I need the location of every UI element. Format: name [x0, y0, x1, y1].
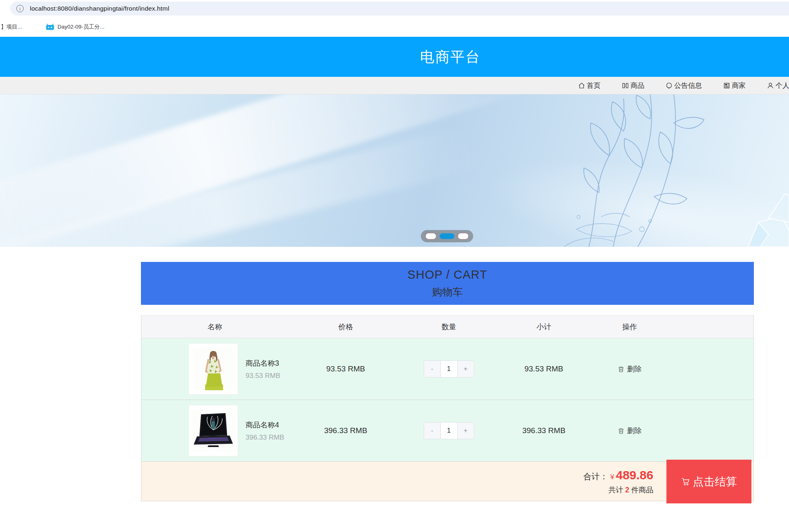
nav-label: 商品 [630, 81, 644, 90]
bookmark-item[interactable]: 】项目... [1, 23, 22, 31]
product-info: 商品名称4 396.33 RMB [246, 420, 284, 442]
col-header-price: 价格 [288, 322, 403, 332]
qty-value[interactable]: 1 [441, 422, 457, 439]
subtotal: 93.53 RMB [495, 364, 593, 373]
nav-item-merchant[interactable]: 商家 [723, 81, 746, 90]
carousel-indicators [421, 230, 473, 242]
product-cell: 商品名称3 93.53 RMB [141, 343, 288, 395]
quantity-stepper: - 1 + [424, 360, 474, 378]
delete-label: 删除 [627, 426, 642, 436]
cart-row: 商品名称3 93.53 RMB 93.53 RMB - 1 + 93.53 RM… [141, 338, 753, 400]
product-image-laptop [188, 405, 238, 456]
hero-banner [0, 94, 789, 247]
main-nav: 首页 商品 公告信息 商家 [0, 77, 789, 94]
bookmark-label: Day02-09-员工分... [58, 23, 105, 31]
cart-icon [681, 477, 690, 486]
carousel-dot[interactable] [426, 233, 436, 239]
content-wrapper: SHOP / CART 购物车 名称 价格 数量 小计 操作 [141, 262, 754, 501]
col-header-actions: 操作 [593, 322, 666, 332]
product-info: 商品名称3 93.53 RMB [246, 358, 280, 380]
col-header-subtotal: 小计 [495, 322, 593, 332]
item-count: 2 [625, 486, 629, 494]
product-sub-price: 396.33 RMB [246, 434, 284, 442]
cart-row: 商品名称4 396.33 RMB 396.33 RMB - 1 + 396.33… [141, 400, 753, 462]
nav-label: 个人中心 [776, 81, 789, 90]
banner-plant-illustration [515, 94, 744, 247]
cart-footer: 合计：¥489.86 共计 2 件商品 点击结算 [141, 462, 753, 501]
product-name: 商品名称4 [246, 420, 284, 430]
delete-item-button[interactable]: 删除 [593, 364, 666, 374]
qty-value[interactable]: 1 [441, 361, 457, 377]
url-text: localhost:8080/dianshangpingtai/front/in… [30, 5, 169, 12]
qty-decrease-button[interactable]: - [424, 422, 441, 439]
qty-cell: - 1 + [403, 422, 495, 439]
bookmark-item[interactable]: Day02-09-员工分... [46, 23, 105, 31]
quantity-stepper: - 1 + [424, 422, 474, 439]
count-suffix: 件商品 [631, 486, 653, 494]
banner-ice-illustration [724, 165, 789, 247]
count-prefix: 共计 [608, 486, 623, 494]
browser-url-bar: i localhost:8080/dianshangpingtai/front/… [0, 0, 789, 17]
nav-label: 公告信息 [674, 81, 702, 90]
notice-icon [666, 82, 673, 89]
checkout-label: 点击结算 [693, 474, 737, 489]
user-icon [767, 82, 774, 89]
product-cell: 商品名称4 396.33 RMB [141, 405, 288, 456]
cart-section-banner: SHOP / CART 购物车 [141, 262, 754, 305]
carousel-dot-active[interactable] [440, 233, 454, 239]
total-amount: 489.86 [616, 468, 653, 482]
merchant-icon [723, 82, 730, 89]
trash-icon [618, 427, 624, 434]
banner-light-streak [0, 94, 536, 247]
nav-items: 首页 商品 公告信息 商家 [578, 77, 789, 94]
nav-item-notice[interactable]: 公告信息 [666, 81, 702, 90]
cart-table-header: 名称 价格 数量 小计 操作 [141, 315, 753, 338]
cart-summary: 合计：¥489.86 共计 2 件商品 [583, 468, 653, 495]
banner-light-streak [0, 125, 480, 247]
cart-table: 名称 价格 数量 小计 操作 [141, 315, 754, 501]
product-image-green-dress [188, 343, 238, 395]
total-label: 合计： [583, 472, 608, 481]
bookmarks-bar: 】项目... Day02-09-员工分... [0, 17, 789, 37]
info-icon[interactable]: i [16, 5, 24, 12]
nav-item-user[interactable]: 个人中心 [767, 81, 789, 90]
nav-item-goods[interactable]: 商品 [622, 81, 644, 90]
product-name: 商品名称3 [246, 358, 280, 368]
home-icon [578, 82, 585, 89]
address-bar[interactable]: i localhost:8080/dianshangpingtai/front/… [10, 2, 789, 16]
site-title: 电商平台 [420, 47, 481, 67]
nav-label: 商家 [732, 81, 746, 90]
subtotal: 396.33 RMB [495, 426, 593, 435]
unit-price: 93.53 RMB [288, 364, 403, 373]
nav-item-home[interactable]: 首页 [578, 81, 601, 90]
qty-decrease-button[interactable]: - [424, 361, 441, 377]
goods-icon [622, 82, 629, 89]
unit-price: 396.33 RMB [288, 426, 403, 435]
col-header-name: 名称 [141, 322, 288, 332]
product-sub-price: 93.53 RMB [246, 372, 280, 380]
trash-icon [618, 366, 624, 373]
delete-item-button[interactable]: 删除 [593, 426, 666, 436]
cart-title-zh: 购物车 [432, 285, 463, 299]
qty-increase-button[interactable]: + [457, 422, 474, 439]
qty-increase-button[interactable]: + [457, 361, 474, 377]
bilibili-icon [46, 24, 54, 30]
total-line: 合计：¥489.86 [583, 468, 653, 482]
nav-label: 首页 [587, 81, 601, 90]
cart-title-en: SHOP / CART [407, 268, 487, 282]
checkout-button[interactable]: 点击结算 [666, 460, 751, 503]
site-header: 电商平台 [0, 37, 789, 77]
count-line: 共计 2 件商品 [583, 485, 653, 495]
qty-cell: - 1 + [403, 360, 495, 378]
col-header-qty: 数量 [403, 322, 495, 332]
delete-label: 删除 [627, 364, 642, 374]
currency-symbol: ¥ [610, 473, 614, 481]
carousel-dot[interactable] [458, 233, 468, 239]
